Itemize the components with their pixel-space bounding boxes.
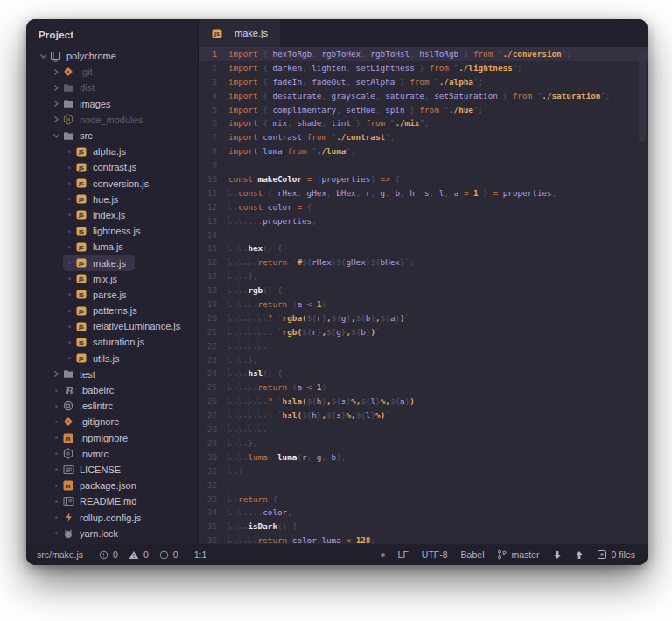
code-line-3[interactable]: 3import { fadeIn, fadeOut, setAlpha } fr…: [199, 75, 648, 89]
code-line-1[interactable]: 1import { hexToRgb, rgbToHex, rgbToHsl, …: [199, 47, 648, 61]
tree-item-contrast-js[interactable]: JScontrast.js: [63, 159, 145, 175]
code-line-7[interactable]: 7import contrast from "./contrast";: [199, 130, 648, 144]
tree-item-images[interactable]: images: [50, 96, 119, 112]
chevron-right-icon[interactable]: [50, 370, 62, 378]
code-text: hsl() {: [228, 366, 283, 380]
code-line-25[interactable]: 25 return (a < 1): [199, 380, 648, 394]
code-line-32[interactable]: 32: [199, 478, 648, 492]
tree-bullet: [63, 293, 75, 296]
code-line-6[interactable]: 6import { mix, shade, tint } from "./mix…: [199, 116, 648, 130]
tree-item-utils-js[interactable]: JSutils.js: [63, 351, 129, 366]
info-count[interactable]: 0: [159, 549, 178, 560]
svg-text:JS: JS: [78, 356, 84, 362]
tree-item-conversion-js[interactable]: JSconversion.js: [63, 176, 158, 192]
js-icon: JS: [75, 146, 88, 157]
code-line-16[interactable]: 16 return `#${rHex}${gHex}${bHex}`;: [199, 255, 648, 269]
code-line-12[interactable]: 12 const color = {: [199, 200, 648, 214]
git-branch[interactable]: master: [497, 549, 539, 560]
tree-item-parse-js[interactable]: JSparse.js: [63, 287, 136, 303]
tree-item-test[interactable]: test: [50, 366, 104, 382]
changed-files[interactable]: 0 files: [597, 549, 635, 560]
code-line-22[interactable]: 22 ;: [199, 339, 648, 353]
tree-item-alpha-js[interactable]: JSalpha.js: [63, 143, 135, 159]
code-line-9[interactable]: 9: [199, 158, 648, 172]
chevron-right-icon[interactable]: [50, 100, 62, 108]
syntax-indicator[interactable]: Babel: [461, 549, 485, 560]
line-number: 20: [199, 311, 228, 325]
code-line-20[interactable]: 20 ? `rgba(${r},${g},${b},${a})`: [199, 311, 648, 325]
code-line-27[interactable]: 27 : `hsl(${h},${s}%,${l}%)`: [199, 408, 648, 422]
chevron-right-icon[interactable]: [50, 84, 62, 92]
tree-item-node-modules[interactable]: jsnode_modules: [50, 112, 151, 128]
tree-item-license[interactable]: LICENSE: [50, 462, 130, 478]
code-line-17[interactable]: 17 },: [199, 269, 648, 283]
error-count[interactable]: 0: [99, 549, 118, 560]
code-line-26[interactable]: 26 ? `hsla(${h},${s}%,${l}%,${a})`: [199, 394, 648, 408]
code-line-24[interactable]: 24 hsl() {: [199, 366, 648, 380]
tree-item-package-json[interactable]: npackage.json: [50, 478, 145, 493]
code-line-34[interactable]: 34 ...color,: [199, 506, 648, 520]
tree-item-index-js[interactable]: JSindex.js: [63, 207, 134, 223]
tree-item-make-js[interactable]: JSmake.js: [63, 255, 135, 270]
tree-item-relativeluminance-js[interactable]: JSrelativeLuminance.js: [63, 318, 189, 334]
code-line-8[interactable]: 8import luma from "./luma";: [199, 144, 648, 158]
code-line-28[interactable]: 28 ;: [199, 422, 648, 436]
tree-item-dist[interactable]: dist: [50, 80, 103, 95]
tab-make-js[interactable]: JSmake.js: [199, 19, 280, 47]
code-line-4[interactable]: 4import { desaturate, grayscale, saturat…: [199, 89, 648, 103]
code-text: import contrast from "./contrast";: [228, 130, 395, 144]
pull-arrow-icon[interactable]: [553, 550, 562, 560]
eol-indicator[interactable]: LF: [398, 549, 409, 560]
tree-item--babelrc[interactable]: B.babelrc: [50, 382, 122, 398]
code-line-14[interactable]: 14: [199, 228, 648, 242]
tree-item-mix-js[interactable]: JSmix.js: [63, 271, 126, 287]
chevron-down-icon[interactable]: [37, 52, 49, 59]
tree-item-polychrome[interactable]: polychrome: [37, 48, 125, 64]
code-line-35[interactable]: 35 isDark() {: [199, 520, 648, 534]
scrollbar-thumb[interactable]: [639, 50, 646, 142]
tree-item-label: .npmignore: [80, 433, 128, 443]
tree-item--npmignore[interactable]: n.npmignore: [50, 430, 136, 446]
tree-item-label: test: [80, 369, 95, 380]
code-line-21[interactable]: 21 : `rgb(${r},${g},${b})`: [199, 325, 648, 339]
tree-item-lightness-js[interactable]: JSlightness.js: [63, 223, 149, 239]
tree-item-readme-md[interactable]: README.md: [50, 493, 145, 509]
tree-item-patterns-js[interactable]: JSpatterns.js: [63, 303, 146, 318]
code-line-11[interactable]: 11 const { rHex, gHex, bHex, r, g, b, h,…: [199, 186, 648, 200]
tree-item-yarn-lock[interactable]: yarn.lock: [50, 526, 127, 541]
tree-item-luma-js[interactable]: JSluma.js: [63, 239, 132, 255]
code-line-29[interactable]: 29 },: [199, 436, 648, 450]
code-line-36[interactable]: 36 return color.luma < 128;: [199, 534, 648, 544]
code-line-13[interactable]: 13 ...properties,: [199, 214, 648, 228]
code-line-15[interactable]: 15 hex() {: [199, 241, 648, 255]
code-editor[interactable]: 1import { hexToRgb, rgbToHex, rgbToHsl, …: [199, 47, 648, 544]
code-line-2[interactable]: 2import { darken, lighten, setLightness …: [199, 61, 648, 75]
tree-item-rollup-config-js[interactable]: rollup.config.js: [50, 509, 150, 525]
encoding-indicator[interactable]: UTF-8: [422, 549, 448, 560]
tree-item--eslintrc[interactable]: .eslintrc: [50, 398, 122, 414]
tree-item--git[interactable]: .git: [50, 64, 102, 80]
code-line-33[interactable]: 33 return {: [199, 492, 648, 506]
folder-icon: [62, 99, 74, 109]
code-line-23[interactable]: 23 },: [199, 353, 648, 367]
code-line-30[interactable]: 30 luma: luma(r, g, b),: [199, 450, 648, 464]
tree-item-saturation-js[interactable]: JSsaturation.js: [63, 334, 153, 350]
chevron-down-icon[interactable]: [50, 132, 62, 139]
push-arrow-icon[interactable]: [575, 550, 584, 560]
tree-item--gitignore[interactable]: .gitignore: [50, 414, 128, 429]
code-line-5[interactable]: 5import { complimentary, setHue, spin } …: [199, 103, 648, 117]
code-line-18[interactable]: 18 rgb() {: [199, 283, 648, 297]
code-line-19[interactable]: 19 return (a < 1): [199, 297, 648, 311]
code-line-31[interactable]: 31 }: [199, 464, 648, 478]
info-icon: [159, 550, 169, 560]
warning-count[interactable]: 0: [129, 549, 149, 560]
babel-icon: B: [62, 385, 74, 395]
code-line-10[interactable]: 10const makeColor = (properties) => {: [199, 172, 648, 186]
tree-item-src[interactable]: src: [50, 128, 102, 143]
chevron-right-icon[interactable]: [50, 115, 62, 123]
tree-item-label: make.js: [93, 258, 126, 269]
tree-item--nvmrc[interactable]: .nvmrc: [50, 446, 117, 462]
tree-item-hue-js[interactable]: JShue.js: [63, 192, 127, 207]
cursor-position[interactable]: 1:1: [194, 549, 207, 560]
chevron-right-icon[interactable]: [50, 68, 62, 76]
